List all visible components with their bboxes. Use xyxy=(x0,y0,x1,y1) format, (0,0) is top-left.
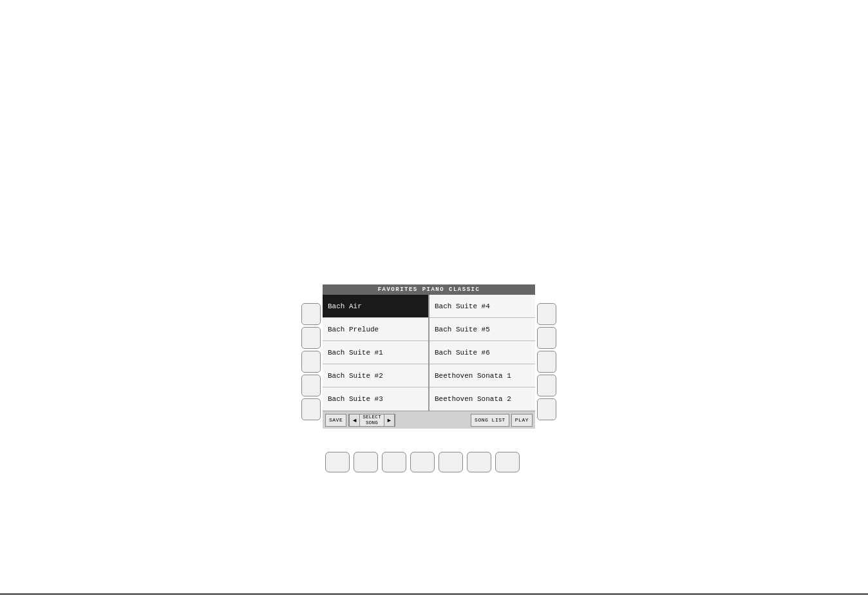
extra-btn-3[interactable] xyxy=(382,452,406,472)
main-panel-container: FAVORITES PIANO CLASSIC Bach Air Bach Pr… xyxy=(299,284,558,429)
extra-btn-4[interactable] xyxy=(410,452,435,472)
extra-btn-1[interactable] xyxy=(325,452,350,472)
left-btn-2[interactable] xyxy=(301,327,321,349)
main-panel: FAVORITES PIANO CLASSIC Bach Air Bach Pr… xyxy=(323,284,535,429)
left-side-buttons xyxy=(299,284,323,421)
song-item-bach-suite-5[interactable]: Bach Suite #5 xyxy=(429,318,535,341)
select-song-group: ◄ SELECTSONG ► xyxy=(348,414,395,427)
left-btn-5[interactable] xyxy=(301,398,321,420)
song-item-beethoven-sonata-2[interactable]: Beethoven Sonata 2 xyxy=(429,387,535,411)
left-songs-column: Bach Air Bach Prelude Bach Suite #1 Bach… xyxy=(323,295,429,411)
song-item-beethoven-sonata-1[interactable]: Beethoven Sonata 1 xyxy=(429,364,535,387)
song-item-bach-prelude[interactable]: Bach Prelude xyxy=(323,318,428,341)
play-button[interactable]: PLAY xyxy=(511,414,533,427)
extra-btn-2[interactable] xyxy=(354,452,378,472)
song-item-bach-suite-4[interactable]: Bach Suite #4 xyxy=(429,295,535,318)
right-btn-1[interactable] xyxy=(537,303,556,325)
panel-title: FAVORITES PIANO CLASSIC xyxy=(323,284,535,295)
right-btn-3[interactable] xyxy=(537,351,556,373)
prev-song-button[interactable]: ◄ xyxy=(349,414,360,426)
right-btn-5[interactable] xyxy=(537,398,556,420)
song-item-bach-suite-3[interactable]: Bach Suite #3 xyxy=(323,387,428,411)
save-button[interactable]: SAVE xyxy=(325,414,346,427)
song-item-bach-suite-1[interactable]: Bach Suite #1 xyxy=(323,341,428,364)
song-list-button[interactable]: SONG LIST xyxy=(471,414,509,427)
right-btn-2[interactable] xyxy=(537,327,556,349)
right-songs-column: Bach Suite #4 Bach Suite #5 Bach Suite #… xyxy=(429,295,535,411)
bottom-separator xyxy=(0,593,868,595)
extra-btn-6[interactable] xyxy=(467,452,491,472)
left-btn-3[interactable] xyxy=(301,351,321,373)
extra-btn-5[interactable] xyxy=(439,452,463,472)
select-song-label: SELECTSONG xyxy=(360,414,384,426)
bottom-toolbar: SAVE ◄ SELECTSONG ► SONG LIST PLAY xyxy=(323,411,535,429)
bottom-extra-buttons xyxy=(325,452,520,472)
right-btn-4[interactable] xyxy=(537,375,556,396)
song-item-bach-suite-6[interactable]: Bach Suite #6 xyxy=(429,341,535,364)
extra-btn-7[interactable] xyxy=(495,452,520,472)
song-item-bach-air[interactable]: Bach Air xyxy=(323,295,428,318)
left-btn-4[interactable] xyxy=(301,375,321,396)
song-item-bach-suite-2[interactable]: Bach Suite #2 xyxy=(323,364,428,387)
right-side-buttons xyxy=(535,284,558,421)
next-song-button[interactable]: ► xyxy=(384,414,395,426)
left-btn-1[interactable] xyxy=(301,303,321,325)
songs-grid: Bach Air Bach Prelude Bach Suite #1 Bach… xyxy=(323,295,535,411)
